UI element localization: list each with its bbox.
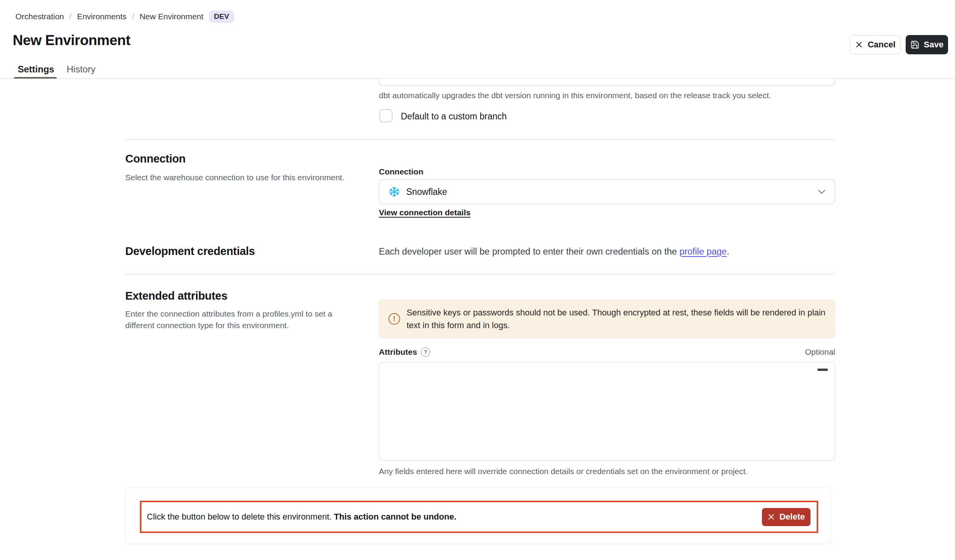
- delete-button[interactable]: Delete: [762, 508, 810, 526]
- cancel-button-label: Cancel: [868, 40, 895, 50]
- breadcrumb-current: New Environment: [140, 12, 203, 21]
- release-track-select-partial[interactable]: [379, 79, 835, 86]
- breadcrumb-separator: /: [69, 12, 72, 21]
- danger-zone-card: Click the button below to delete this en…: [125, 488, 831, 544]
- attributes-label: Attributes: [379, 347, 417, 357]
- connection-section-heading: Connection: [125, 153, 186, 165]
- dev-credentials-text-after: .: [727, 246, 730, 257]
- attributes-helper-text: Any fields entered here will override co…: [379, 467, 748, 476]
- development-credentials-heading: Development credentials: [125, 245, 255, 258]
- breadcrumb-environments[interactable]: Environments: [77, 12, 126, 21]
- optional-label: Optional: [805, 347, 835, 357]
- breadcrumb: Orchestration / Environments / New Envir…: [15, 9, 234, 24]
- active-tab-underline: [14, 77, 57, 79]
- environment-type-badge: DEV: [209, 10, 234, 23]
- close-icon: [767, 513, 775, 521]
- collapse-icon[interactable]: [817, 369, 828, 371]
- warning-text: Sensitive keys or passwords should not b…: [407, 306, 826, 332]
- view-connection-details-link[interactable]: View connection details: [379, 208, 471, 217]
- sensitive-keys-warning: ! Sensitive keys or passwords should not…: [379, 300, 835, 338]
- cancel-button[interactable]: Cancel: [850, 35, 901, 54]
- breadcrumb-separator: /: [132, 12, 134, 21]
- save-button[interactable]: Save: [906, 35, 948, 54]
- delete-highlight-box: Click the button below to delete this en…: [140, 501, 818, 533]
- tab-settings[interactable]: Settings: [18, 64, 54, 75]
- attributes-editor[interactable]: [379, 362, 835, 461]
- connection-field-label: Connection: [379, 167, 424, 176]
- connection-section-description: Select the warehouse connection to use f…: [125, 172, 372, 183]
- delete-message-normal: Click the button below to delete this en…: [147, 512, 334, 521]
- delete-message-bold: This action cannot be undone.: [334, 512, 457, 521]
- connection-select[interactable]: Snowflake: [379, 179, 835, 204]
- help-icon[interactable]: ?: [421, 347, 430, 357]
- custom-branch-label[interactable]: Default to a custom branch: [401, 111, 507, 122]
- save-button-label: Save: [924, 40, 943, 50]
- save-icon: [910, 40, 920, 49]
- dev-credentials-text-before: Each developer user will be prompted to …: [379, 246, 679, 257]
- chevron-down-icon: [818, 189, 826, 194]
- new-environment-page: Orchestration / Environments / New Envir…: [0, 0, 955, 560]
- delete-button-label: Delete: [779, 512, 805, 522]
- section-divider: [125, 139, 834, 140]
- profile-page-link[interactable]: profile page: [679, 246, 727, 257]
- release-track-helper-text: dbt automatically upgrades the dbt versi…: [379, 91, 771, 100]
- snowflake-icon: [388, 186, 400, 198]
- attributes-label-row: Attributes ? Optional: [379, 347, 835, 357]
- breadcrumb-orchestration[interactable]: Orchestration: [15, 12, 64, 21]
- tab-history[interactable]: History: [67, 64, 96, 75]
- connection-selected-value: Snowflake: [406, 187, 447, 197]
- close-icon: [855, 40, 863, 49]
- page-title: New Environment: [13, 32, 130, 49]
- extended-attributes-heading: Extended attributes: [125, 290, 227, 302]
- development-credentials-text: Each developer user will be prompted to …: [379, 246, 729, 257]
- warning-icon: !: [388, 313, 400, 325]
- extended-attributes-description: Enter the connection attributes from a p…: [125, 308, 362, 332]
- delete-message: Click the button below to delete this en…: [147, 512, 456, 522]
- section-divider: [125, 274, 834, 275]
- custom-branch-checkbox[interactable]: [380, 109, 392, 122]
